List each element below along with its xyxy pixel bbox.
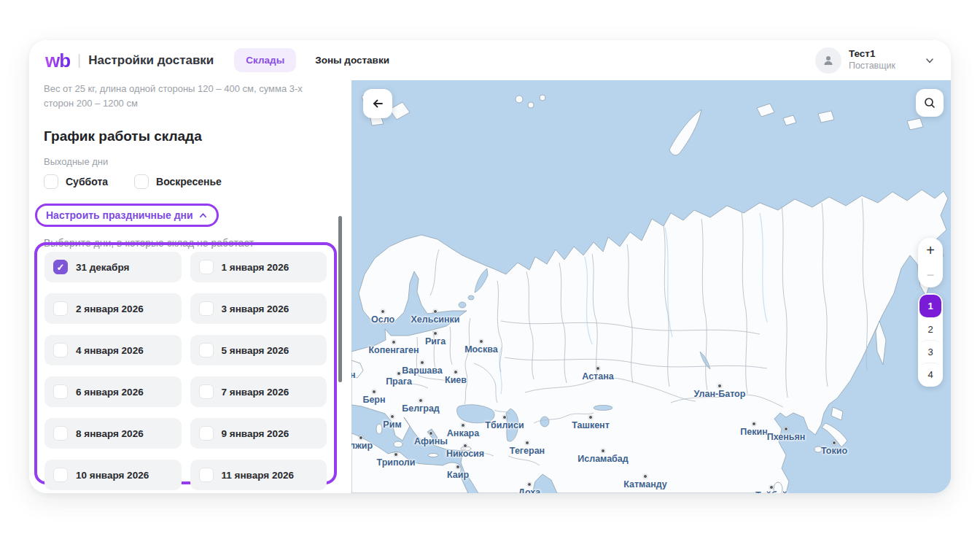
city-dot-icon — [433, 309, 438, 314]
checkbox-label: Суббота — [66, 176, 108, 187]
map[interactable]: дон Осло Хельсинки Рига — [351, 80, 951, 493]
city-dot-icon — [502, 415, 507, 419]
city-dot-icon — [596, 366, 600, 371]
checkbox[interactable] — [44, 174, 58, 189]
checkbox[interactable] — [199, 343, 214, 357]
weekend-day-checkbox[interactable]: Воскресенье — [134, 174, 222, 189]
holiday-day-checkbox[interactable]: 9 января 2026 — [190, 418, 327, 449]
holiday-day-checkbox[interactable]: 2 января 2026 — [44, 293, 182, 324]
checkbox[interactable] — [134, 174, 149, 189]
city-label: Тбилиси — [485, 420, 524, 430]
panel-scrollbar[interactable] — [338, 216, 342, 382]
city-label: Ташкент — [572, 420, 610, 430]
city-dot-icon — [601, 449, 605, 453]
header-tabs: Склады Зоны доставки — [234, 48, 401, 72]
checkbox-label: 5 января 2026 — [222, 345, 289, 356]
checkbox-label: 9 января 2026 — [222, 428, 289, 439]
city-label: Рим — [383, 419, 401, 430]
chevron-down-icon[interactable] — [925, 55, 935, 66]
city-dot-icon — [390, 414, 394, 419]
search-icon — [923, 96, 936, 109]
city-dot-icon — [359, 436, 363, 440]
holiday-day-checkbox[interactable]: 3 января 2026 — [190, 293, 327, 324]
city-label: Копенгаген — [368, 345, 419, 355]
city-dot-icon — [463, 444, 467, 448]
checkbox[interactable] — [199, 468, 214, 482]
holiday-day-checkbox[interactable]: 11 января 2026 — [190, 460, 327, 490]
map-city-layer: дон Осло Хельсинки Рига — [351, 80, 951, 493]
holiday-days-highlight: 31 декабря 1 января 2026 2 января 2026 — [34, 242, 337, 484]
checkbox-label: 1 января 2026 — [222, 262, 289, 273]
city-dot-icon — [381, 309, 385, 314]
checkbox[interactable] — [53, 343, 68, 357]
city-label: Никосия — [446, 449, 484, 459]
city-label: Анкара — [447, 428, 479, 438]
city-dot-icon — [397, 371, 401, 376]
map-page-button[interactable]: 1 — [919, 295, 941, 317]
city-dot-icon — [718, 384, 722, 388]
checkbox[interactable] — [53, 260, 68, 274]
checkbox[interactable] — [199, 301, 214, 316]
checkbox-label: 31 декабря — [76, 262, 129, 273]
map-search-button[interactable] — [916, 89, 944, 117]
holiday-day-checkbox[interactable]: 6 января 2026 — [44, 376, 182, 407]
holiday-day-checkbox[interactable]: 31 декабря — [44, 252, 182, 282]
city-dot-icon — [392, 340, 396, 344]
map-page-button[interactable]: 2 — [919, 317, 941, 340]
city-dot-icon — [461, 423, 465, 427]
checkbox[interactable] — [53, 426, 68, 441]
checkbox[interactable] — [53, 301, 68, 316]
tab-delivery-zones[interactable]: Зоны доставки — [303, 48, 401, 72]
city-dot-icon — [419, 398, 423, 403]
user-role: Поставщик — [849, 61, 895, 72]
checkbox[interactable] — [53, 384, 68, 399]
city-dot-icon — [372, 390, 376, 394]
city-dot-icon — [456, 465, 460, 469]
city-label: Доха — [518, 487, 540, 493]
checkbox-label: 6 января 2026 — [76, 387, 144, 398]
city-label: Берн — [362, 395, 385, 405]
city-dot-icon — [588, 415, 593, 419]
zoom-out-button[interactable]: − — [918, 263, 943, 287]
city-dot-icon — [643, 474, 648, 479]
checkbox[interactable] — [53, 468, 68, 482]
tab-warehouses[interactable]: Склады — [234, 48, 296, 72]
user-menu[interactable]: Тест1 Поставщик — [815, 47, 935, 74]
checkbox-label: 4 января 2026 — [76, 345, 144, 356]
configure-holidays-toggle[interactable]: Настроить праздничные дни — [46, 209, 208, 221]
map-zoom-control: + − — [918, 238, 943, 287]
city-dot-icon — [429, 431, 433, 436]
map-page-button[interactable]: 4 — [919, 363, 941, 385]
checkbox-label: 3 января 2026 — [222, 303, 289, 314]
checkbox-label: 8 января 2026 — [76, 428, 144, 439]
holiday-day-checkbox[interactable]: 7 января 2026 — [190, 376, 327, 407]
city-label: Прага — [386, 376, 412, 387]
holiday-day-checkbox[interactable]: 8 января 2026 — [44, 418, 182, 449]
dimensions-note: Вес от 25 кг, длина одной стороны 120 – … — [44, 82, 334, 111]
logo[interactable]: wb | Настройки доставки — [45, 51, 214, 70]
zoom-in-button[interactable]: + — [918, 238, 943, 263]
holiday-day-checkbox[interactable]: 1 января 2026 — [190, 252, 327, 282]
weekend-day-checkbox[interactable]: Суббота — [44, 174, 108, 189]
holiday-day-checkbox[interactable]: 5 января 2026 — [190, 335, 327, 365]
map-back-button[interactable] — [363, 89, 392, 118]
avatar[interactable] — [815, 47, 841, 74]
city-label: Осло — [371, 314, 394, 325]
city-dot-icon — [832, 441, 836, 445]
checkbox-label: 10 января 2026 — [76, 470, 149, 481]
checkbox[interactable] — [199, 260, 214, 274]
city-label: Астана — [582, 371, 613, 382]
toggle-label: Настроить праздничные дни — [46, 209, 193, 221]
city-label: лжир — [351, 441, 373, 451]
map-page-button[interactable]: 3 — [919, 340, 941, 363]
city-label: Белград — [402, 403, 440, 414]
checkbox[interactable] — [199, 426, 214, 441]
checkbox[interactable] — [199, 384, 214, 399]
city-dot-icon — [752, 422, 756, 426]
wb-logo[interactable]: wb — [45, 51, 70, 70]
delivery-settings-window: wb | Настройки доставки Склады Зоны дост… — [29, 40, 951, 493]
holiday-day-checkbox[interactable]: 10 января 2026 — [44, 460, 182, 490]
holiday-day-checkbox[interactable]: 4 января 2026 — [44, 335, 182, 365]
city-dot-icon — [479, 339, 483, 344]
logo-separator: | — [77, 52, 81, 69]
